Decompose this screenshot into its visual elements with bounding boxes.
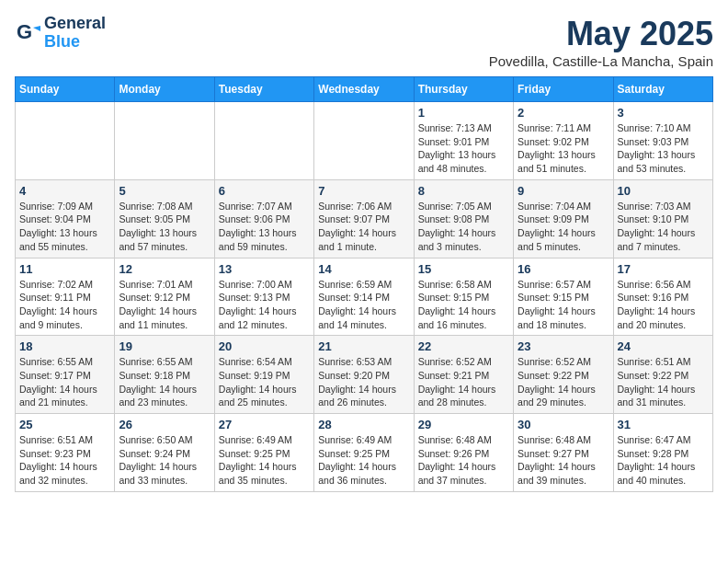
day-number: 7 (318, 184, 409, 198)
day-info: Sunrise: 7:07 AMSunset: 9:06 PMDaylight:… (219, 200, 310, 254)
day-number: 20 (219, 339, 310, 353)
weekday-header-row: SundayMondayTuesdayWednesdayThursdayFrid… (16, 77, 713, 102)
calendar-cell: 1Sunrise: 7:13 AMSunset: 9:01 PMDaylight… (414, 102, 513, 180)
calendar-week-row: 25Sunrise: 6:51 AMSunset: 9:23 PMDayligh… (16, 414, 713, 492)
day-info: Sunrise: 7:06 AMSunset: 9:07 PMDaylight:… (318, 200, 409, 254)
day-number: 19 (119, 339, 210, 353)
calendar-subtitle: Povedilla, Castille-La Mancha, Spain (489, 53, 713, 69)
day-number: 12 (119, 262, 210, 276)
calendar-cell: 14Sunrise: 6:59 AMSunset: 9:14 PMDayligh… (314, 258, 414, 336)
calendar-cell: 13Sunrise: 7:00 AMSunset: 9:13 PMDayligh… (214, 258, 313, 336)
day-number: 4 (19, 184, 110, 198)
calendar-title: May 2025 (489, 15, 713, 53)
day-info: Sunrise: 7:05 AMSunset: 9:08 PMDaylight:… (418, 200, 509, 254)
calendar-cell: 26Sunrise: 6:50 AMSunset: 9:24 PMDayligh… (115, 414, 214, 492)
calendar-cell (214, 102, 313, 180)
day-info: Sunrise: 7:13 AMSunset: 9:01 PMDaylight:… (418, 121, 509, 176)
day-number: 29 (418, 418, 509, 431)
weekday-header-thursday: Thursday (414, 77, 513, 102)
calendar-cell: 9Sunrise: 7:04 AMSunset: 9:09 PMDaylight… (514, 179, 613, 258)
calendar-table: SundayMondayTuesdayWednesdayThursdayFrid… (15, 76, 713, 492)
day-info: Sunrise: 6:49 AMSunset: 9:25 PMDaylight:… (318, 433, 409, 488)
day-number: 1 (418, 106, 509, 120)
day-info: Sunrise: 6:58 AMSunset: 9:15 PMDaylight:… (418, 278, 509, 332)
day-info: Sunrise: 6:52 AMSunset: 9:21 PMDaylight:… (418, 355, 509, 409)
calendar-cell: 19Sunrise: 6:55 AMSunset: 9:18 PMDayligh… (115, 336, 214, 414)
day-info: Sunrise: 6:52 AMSunset: 9:22 PMDaylight:… (518, 355, 609, 409)
day-info: Sunrise: 7:00 AMSunset: 9:13 PMDaylight:… (219, 278, 310, 332)
day-number: 31 (618, 418, 709, 431)
calendar-cell: 20Sunrise: 6:54 AMSunset: 9:19 PMDayligh… (214, 336, 313, 414)
calendar-week-row: 4Sunrise: 7:09 AMSunset: 9:04 PMDaylight… (16, 179, 713, 258)
calendar-cell: 4Sunrise: 7:09 AMSunset: 9:04 PMDaylight… (16, 179, 115, 258)
day-number: 25 (19, 418, 110, 431)
day-info: Sunrise: 6:51 AMSunset: 9:23 PMDaylight:… (19, 433, 110, 488)
calendar-cell (16, 102, 115, 180)
calendar-cell: 22Sunrise: 6:52 AMSunset: 9:21 PMDayligh… (414, 336, 513, 414)
day-info: Sunrise: 6:53 AMSunset: 9:20 PMDaylight:… (318, 355, 409, 409)
weekday-header-monday: Monday (115, 77, 214, 102)
day-number: 14 (318, 262, 409, 276)
day-number: 17 (618, 262, 709, 276)
calendar-cell: 18Sunrise: 6:55 AMSunset: 9:17 PMDayligh… (16, 336, 115, 414)
day-info: Sunrise: 6:57 AMSunset: 9:15 PMDaylight:… (518, 278, 609, 332)
day-info: Sunrise: 6:49 AMSunset: 9:25 PMDaylight:… (219, 433, 310, 488)
calendar-cell: 3Sunrise: 7:10 AMSunset: 9:03 PMDaylight… (613, 102, 712, 180)
title-area: May 2025 Povedilla, Castille-La Mancha, … (489, 15, 713, 69)
day-number: 5 (119, 184, 210, 198)
day-info: Sunrise: 6:59 AMSunset: 9:14 PMDaylight:… (318, 278, 409, 332)
calendar-week-row: 11Sunrise: 7:02 AMSunset: 9:11 PMDayligh… (16, 258, 713, 336)
day-number: 8 (418, 184, 509, 198)
day-number: 11 (19, 262, 110, 276)
day-number: 30 (518, 418, 609, 431)
day-info: Sunrise: 6:51 AMSunset: 9:22 PMDaylight:… (618, 355, 709, 409)
day-number: 21 (318, 339, 409, 353)
calendar-cell: 15Sunrise: 6:58 AMSunset: 9:15 PMDayligh… (414, 258, 513, 336)
day-number: 6 (219, 184, 310, 198)
day-number: 2 (518, 106, 609, 120)
logo: G General Blue (15, 15, 106, 52)
calendar-cell: 10Sunrise: 7:03 AMSunset: 9:10 PMDayligh… (613, 179, 712, 258)
calendar-cell: 17Sunrise: 6:56 AMSunset: 9:16 PMDayligh… (613, 258, 712, 336)
day-info: Sunrise: 7:04 AMSunset: 9:09 PMDaylight:… (518, 200, 609, 254)
day-number: 18 (19, 339, 110, 353)
calendar-cell: 7Sunrise: 7:06 AMSunset: 9:07 PMDaylight… (314, 179, 414, 258)
day-number: 26 (119, 418, 210, 431)
logo-text: General Blue (44, 15, 106, 52)
day-number: 16 (518, 262, 609, 276)
calendar-cell: 11Sunrise: 7:02 AMSunset: 9:11 PMDayligh… (16, 258, 115, 336)
day-info: Sunrise: 7:01 AMSunset: 9:12 PMDaylight:… (119, 278, 210, 332)
calendar-cell: 31Sunrise: 6:47 AMSunset: 9:28 PMDayligh… (613, 414, 712, 492)
day-info: Sunrise: 7:09 AMSunset: 9:04 PMDaylight:… (19, 200, 110, 254)
day-info: Sunrise: 6:48 AMSunset: 9:26 PMDaylight:… (418, 433, 509, 488)
day-number: 22 (418, 339, 509, 353)
calendar-cell: 24Sunrise: 6:51 AMSunset: 9:22 PMDayligh… (613, 336, 712, 414)
page-header: G General Blue May 2025 Povedilla, Casti… (15, 15, 713, 69)
calendar-cell: 21Sunrise: 6:53 AMSunset: 9:20 PMDayligh… (314, 336, 414, 414)
day-info: Sunrise: 6:56 AMSunset: 9:16 PMDaylight:… (618, 278, 709, 332)
day-info: Sunrise: 6:50 AMSunset: 9:24 PMDaylight:… (119, 433, 210, 488)
calendar-cell: 8Sunrise: 7:05 AMSunset: 9:08 PMDaylight… (414, 179, 513, 258)
calendar-cell: 6Sunrise: 7:07 AMSunset: 9:06 PMDaylight… (214, 179, 313, 258)
day-info: Sunrise: 7:10 AMSunset: 9:03 PMDaylight:… (618, 121, 709, 176)
calendar-cell: 28Sunrise: 6:49 AMSunset: 9:25 PMDayligh… (314, 414, 414, 492)
calendar-cell: 23Sunrise: 6:52 AMSunset: 9:22 PMDayligh… (514, 336, 613, 414)
day-info: Sunrise: 6:47 AMSunset: 9:28 PMDaylight:… (618, 433, 709, 488)
calendar-week-row: 18Sunrise: 6:55 AMSunset: 9:17 PMDayligh… (16, 336, 713, 414)
calendar-week-row: 1Sunrise: 7:13 AMSunset: 9:01 PMDaylight… (16, 102, 713, 180)
calendar-cell: 27Sunrise: 6:49 AMSunset: 9:25 PMDayligh… (214, 414, 313, 492)
calendar-cell: 30Sunrise: 6:48 AMSunset: 9:27 PMDayligh… (514, 414, 613, 492)
weekday-header-wednesday: Wednesday (314, 77, 414, 102)
calendar-cell: 29Sunrise: 6:48 AMSunset: 9:26 PMDayligh… (414, 414, 513, 492)
day-info: Sunrise: 6:55 AMSunset: 9:18 PMDaylight:… (119, 355, 210, 409)
calendar-cell (314, 102, 414, 180)
day-number: 23 (518, 339, 609, 353)
logo-icon: G (15, 20, 40, 46)
day-number: 3 (618, 106, 709, 120)
day-info: Sunrise: 7:02 AMSunset: 9:11 PMDaylight:… (19, 278, 110, 332)
day-number: 10 (618, 184, 709, 198)
weekday-header-tuesday: Tuesday (214, 77, 313, 102)
calendar-cell: 2Sunrise: 7:11 AMSunset: 9:02 PMDaylight… (514, 102, 613, 180)
calendar-cell: 16Sunrise: 6:57 AMSunset: 9:15 PMDayligh… (514, 258, 613, 336)
day-info: Sunrise: 7:03 AMSunset: 9:10 PMDaylight:… (618, 200, 709, 254)
